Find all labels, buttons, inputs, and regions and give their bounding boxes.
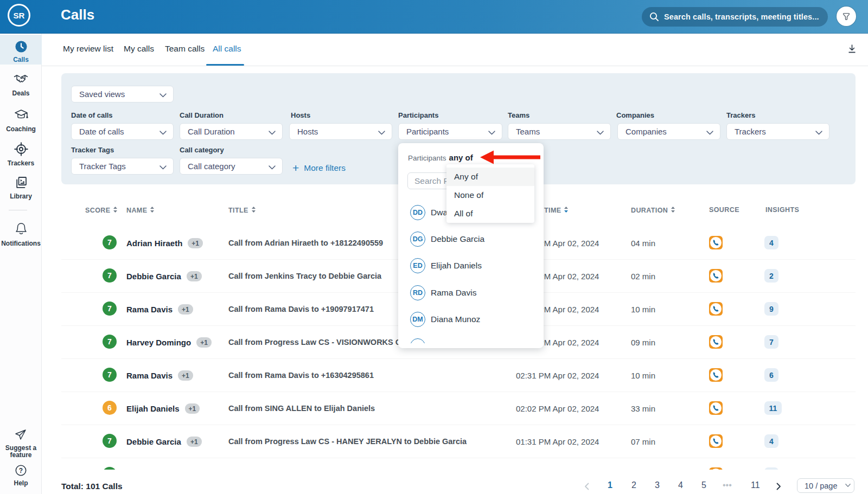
svg-text:?: ?	[19, 467, 23, 474]
